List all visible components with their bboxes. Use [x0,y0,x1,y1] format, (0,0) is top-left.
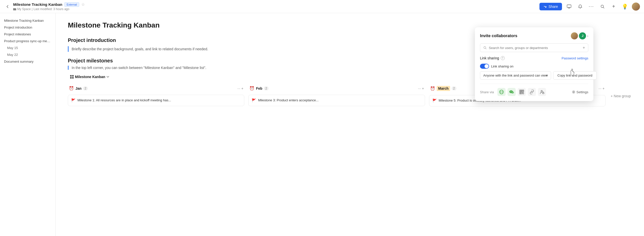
share-button-label: Share [549,5,558,9]
password-settings-link[interactable]: Password settings [562,56,589,60]
chevron-down-icon [106,75,109,78]
share-icon [544,5,547,8]
svg-rect-3 [70,75,72,77]
alarm-icon-jan: ⏰ [69,86,74,91]
sidebar-item-may15[interactable]: May 15 [0,44,55,51]
kanban-card-jan-1[interactable]: 🚩 Milestone 1: All resources are in plac… [68,95,244,106]
back-button[interactable] [4,3,11,10]
last-modified: Last modified: 3 hours ago [33,7,69,11]
search-input[interactable] [489,46,581,50]
copy-link-button[interactable]: Copy link and password [553,71,597,80]
col-more-feb[interactable]: ··· [418,86,421,90]
top-nav: Milestone Tracking Kanban External ☆ My … [0,0,644,13]
sidebar-item-may22[interactable]: May 22 [0,51,55,58]
main-content: Milestone Tracking Kanban Project introd… [56,13,644,236]
permission-row: Anyone with the link and password can vi… [480,71,588,80]
card-text-jan-1: Milestone 1: All resources are in place … [77,98,171,103]
breadcrumb: My Space | Last modified: 3 hours ago [13,7,85,11]
alarm-icon-feb: ⏰ [249,86,254,91]
col-more-jan[interactable]: ··· [237,86,240,90]
doc-title: Milestone Tracking Kanban [13,2,62,7]
settings-icon [572,90,575,94]
popup-avatar-arrow[interactable]: › [587,34,588,38]
share-via-icons [497,88,546,96]
settings-label: Settings [576,90,588,94]
bell-icon[interactable] [576,3,584,11]
svg-point-27 [541,90,542,92]
folder-icon [13,8,16,11]
flag-icon: 🚩 [71,98,75,102]
sidebar-item-intro[interactable]: Project introduction [0,24,55,31]
col-more-march[interactable]: ··· [598,86,601,90]
toggle-label: Link sharing on [491,64,513,68]
sidebar-item-sync[interactable]: Product progress sync-up meeting [0,38,55,44]
svg-rect-22 [520,93,521,93]
breadcrumb-space: My Space [17,7,31,11]
col-actions-jan[interactable]: ··· + [237,86,244,90]
kanban-switch-button[interactable]: Milestone Kanban [68,74,111,80]
col-count-march: 2 [452,86,456,90]
svg-point-2 [601,5,603,8]
svg-rect-28 [542,93,544,94]
share-via-qr-icon[interactable] [518,88,526,96]
sidebar-item-kanban[interactable]: Milestone Tracking Kanban [0,17,55,24]
toggle-knob [485,64,489,68]
svg-rect-26 [523,93,524,94]
svg-rect-18 [520,90,521,91]
kanban-col-feb: ⏰ Feb 2 ··· + 🚩 Milestone 3: Product ent… [248,84,425,108]
present-icon[interactable] [565,3,573,11]
more-icon[interactable]: ··· [587,3,595,11]
nav-left: Milestone Tracking Kanban External ☆ My … [4,2,85,11]
sidebar: Milestone Tracking Kanban Project introd… [0,13,56,236]
search-icon[interactable] [598,3,607,11]
col-header-jan: ⏰ Jan 2 ··· + [68,84,244,93]
svg-rect-1 [567,5,571,8]
toggle-row: Link sharing on [480,64,588,69]
share-via-row: Share via [480,84,588,96]
svg-rect-24 [523,92,524,93]
collab-avatar-1[interactable] [571,32,578,39]
add-icon[interactable]: + [610,3,618,11]
share-button[interactable]: Share [539,3,562,10]
col-add-jan[interactable]: + [241,86,243,90]
collab-avatar-2[interactable]: J [579,32,586,39]
star-icon[interactable]: ☆ [81,2,85,7]
col-add-march[interactable]: + [602,86,605,90]
svg-point-16 [513,92,513,93]
card-text-feb-1: Milestone 3: Product enters acceptance..… [258,98,318,103]
sidebar-item-milestones[interactable]: Project milestones [0,31,55,38]
permission-select[interactable]: Anyone with the link and password can vi… [480,71,551,80]
sidebar-item-summary[interactable]: Document summary [0,58,55,65]
col-add-feb[interactable]: + [422,86,424,90]
col-title-feb: Feb [256,86,262,90]
new-group-button[interactable]: + New group [610,84,632,108]
svg-rect-0 [13,8,16,10]
share-via-browser-icon[interactable] [497,88,506,96]
share-via-link-icon[interactable] [528,88,536,96]
svg-point-14 [511,91,514,93]
link-sharing-row: Link sharing ? Password settings [480,56,588,60]
col-actions-march[interactable]: ··· + [598,86,605,90]
tip-icon[interactable]: 💡 [621,3,629,11]
col-actions-feb[interactable]: ··· + [418,86,424,90]
kanban-col-jan: ⏰ Jan 2 ··· + 🚩 Milestone 1: All resourc… [68,84,244,108]
popup-header: Invite collaborators J › [480,32,588,39]
svg-rect-5 [70,77,72,79]
col-count-feb: 2 [264,86,269,90]
svg-rect-20 [522,90,523,91]
help-icon[interactable]: ? [501,56,505,60]
popup-title: Invite collaborators [480,34,517,38]
svg-rect-25 [522,93,522,94]
kanban-card-feb-1[interactable]: 🚩 Milestone 3: Product enters acceptance… [248,95,425,106]
search-plus-icon[interactable]: + [583,45,585,50]
share-via-private-icon[interactable] [538,88,546,96]
link-sharing-toggle[interactable] [480,64,489,69]
col-title-jan: Jan [75,86,82,90]
avatar[interactable] [632,3,640,11]
kanban-switch-label: Milestone Kanban [75,75,105,79]
svg-point-15 [512,92,513,93]
share-popup: Invite collaborators J › + Link sh [475,27,593,101]
settings-link[interactable]: Settings [572,90,588,94]
external-badge: External [64,2,79,7]
share-via-wechat-icon[interactable] [508,88,516,96]
